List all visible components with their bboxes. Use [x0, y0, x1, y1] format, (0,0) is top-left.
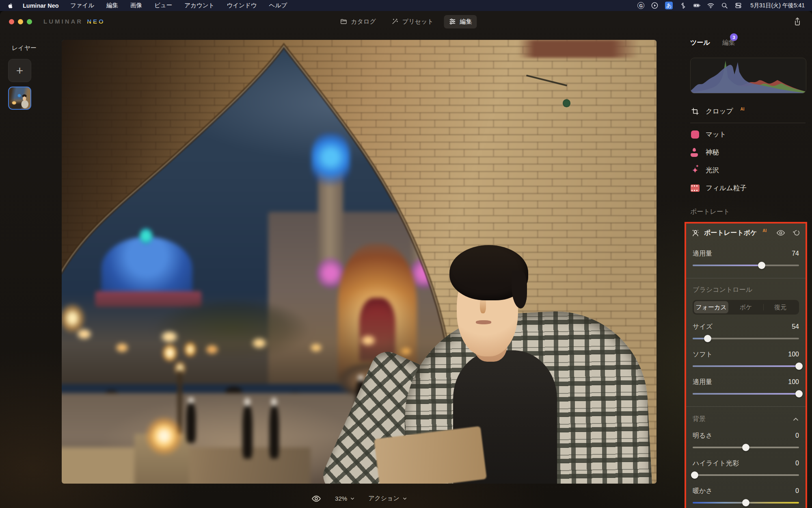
preview-eye-icon[interactable] [311, 494, 321, 504]
share-export-icon[interactable] [793, 17, 802, 26]
tool-mystic[interactable]: 神秘 [690, 143, 806, 161]
zoom-level-value: 32% [335, 495, 347, 502]
brush-amount-label: 適用量 [693, 378, 712, 386]
workspace-tabs: カタログ プリセット 編集 [335, 11, 477, 32]
zoom-level-control[interactable]: 32% [335, 495, 354, 502]
portrait-bokeh-header[interactable]: ポートレートボケ AI [686, 224, 806, 241]
soft-slider-group: ソフト 100 [693, 350, 799, 370]
tab-tools[interactable]: ツール [690, 39, 710, 47]
subject-mouth [476, 320, 491, 324]
film-grain-icon [690, 183, 700, 193]
control-center-icon[interactable] [735, 2, 742, 9]
highlight-glow-slider[interactable] [693, 471, 799, 479]
tool-film-grain[interactable]: フィルム粒子 [690, 179, 806, 197]
histogram [690, 58, 806, 93]
brush-mode-bokeh[interactable]: ボケ [728, 301, 763, 313]
size-slider[interactable] [693, 335, 799, 342]
amount-slider-group: 適用量 74 [693, 250, 799, 269]
reset-undo-icon[interactable] [792, 229, 800, 237]
brightness-slider-group: 明るさ 0 [693, 432, 799, 451]
warmth-label: 暖かさ [693, 487, 713, 495]
battery-charging-icon[interactable] [693, 2, 700, 9]
tab-edit-label: 編集 [460, 18, 472, 26]
layers-panel: レイヤー + [0, 32, 49, 508]
tool-crop[interactable]: クロップ AI [690, 102, 806, 120]
tab-presets[interactable]: プリセット [387, 15, 438, 28]
minimize-window-button[interactable] [18, 19, 23, 24]
tab-catalog-label: カタログ [351, 18, 376, 26]
play-circle-icon[interactable] [651, 2, 658, 9]
brush-mode-restore[interactable]: 復元 [763, 301, 798, 313]
logo-luminar: LUMINAR [43, 18, 83, 25]
bluetooth-icon[interactable] [680, 2, 687, 9]
menu-image[interactable]: 画像 [130, 2, 142, 9]
brightness-slider[interactable] [693, 444, 799, 451]
ai-badge: AI [762, 228, 767, 233]
tool-film-grain-label: フィルム粒子 [706, 184, 747, 193]
photo-canvas[interactable] [62, 40, 657, 484]
zoom-window-button[interactable] [27, 19, 32, 24]
portrait-bokeh-body: 適用量 74 ブラシコントロール フォーカス ボケ 復元 [686, 250, 806, 508]
edit-sliders-icon [449, 18, 456, 25]
warmth-slider[interactable] [693, 499, 799, 506]
layer-thumbnail-selected[interactable] [8, 87, 31, 110]
apple-logo-icon[interactable] [7, 2, 14, 9]
tab-edit[interactable]: 編集 [444, 15, 477, 28]
slider-thumb[interactable] [758, 262, 765, 269]
slider-thumb[interactable] [795, 363, 803, 370]
brush-amount-slider-group: 適用量 100 [693, 378, 799, 397]
slider-thumb[interactable] [691, 471, 698, 479]
size-value: 54 [792, 323, 799, 330]
tool-glow[interactable]: ✦✦ 光沢 [690, 161, 806, 179]
slider-thumb[interactable] [742, 444, 749, 451]
layers-title: レイヤー [12, 44, 37, 52]
grammarly-icon[interactable]: G [637, 2, 644, 9]
portrait-bokeh-icon [691, 228, 700, 237]
amount-value: 74 [792, 250, 799, 257]
tab-catalog[interactable]: カタログ [335, 15, 380, 28]
close-window-button[interactable] [9, 19, 14, 24]
menu-datetime[interactable]: 5月31日(火) 午後5:41 [750, 2, 805, 9]
catalog-folder-icon [340, 18, 347, 25]
add-layer-button[interactable]: + [8, 59, 31, 82]
menu-view[interactable]: ビュー [154, 2, 172, 9]
spotlight-search-icon[interactable] [721, 2, 728, 9]
brush-amount-slider[interactable] [693, 390, 799, 397]
warmth-value: 0 [795, 487, 799, 495]
screen: Luminar Neo ファイル 編集 画像 ビュー アカウント ウインドウ ヘ… [0, 0, 812, 508]
menu-app-name[interactable]: Luminar Neo [23, 2, 59, 9]
edit-sidebar: ツール 編集 3 [661, 32, 812, 508]
chevron-down-icon [403, 497, 407, 501]
tool-matte[interactable]: マット [690, 126, 806, 143]
menu-account[interactable]: アカウント [184, 2, 214, 9]
brightness-label: 明るさ [693, 432, 713, 440]
amount-slider[interactable] [693, 262, 799, 269]
highlight-glow-value: 0 [795, 460, 799, 467]
actions-menu[interactable]: アクション [368, 495, 407, 502]
menu-help[interactable]: ヘルプ [269, 2, 287, 9]
menu-edit[interactable]: 編集 [106, 2, 118, 9]
tab-presets-label: プリセット [402, 18, 434, 26]
wifi-icon[interactable] [707, 2, 714, 9]
slider-thumb[interactable] [795, 390, 803, 397]
ai-badge: AI [741, 107, 745, 111]
brush-mode-focus[interactable]: フォーカス [694, 301, 728, 313]
soft-value: 100 [788, 351, 799, 358]
soft-slider[interactable] [693, 363, 799, 370]
visibility-eye-icon[interactable] [776, 228, 785, 237]
chevron-up-icon[interactable] [793, 416, 799, 423]
ime-input-icon[interactable]: あ [665, 2, 673, 9]
canvas-bottom-bar: 32% アクション [62, 489, 657, 508]
actions-label: アクション [368, 495, 400, 502]
menu-file[interactable]: ファイル [70, 2, 94, 9]
menu-window[interactable]: ウインドウ [227, 2, 257, 9]
traffic-lights [9, 19, 32, 24]
slider-thumb[interactable] [742, 499, 749, 506]
edits-count-badge: 3 [730, 33, 738, 41]
size-slider-group: サイズ 54 [693, 323, 799, 342]
matte-icon [690, 130, 700, 139]
portrait-section-label: ポートレート [690, 208, 806, 216]
divider [686, 406, 806, 407]
slider-thumb[interactable] [704, 335, 711, 342]
divider [686, 278, 806, 278]
